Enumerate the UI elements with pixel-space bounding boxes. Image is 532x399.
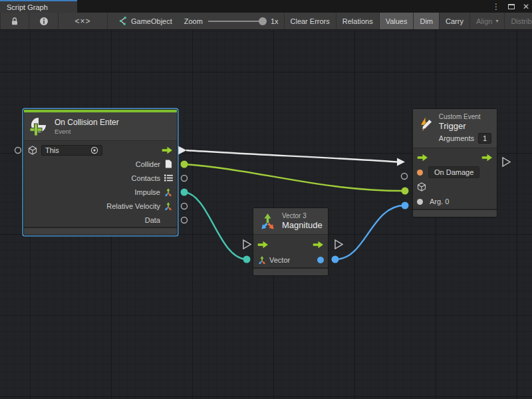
node-type-label: Vector 3 — [282, 212, 323, 219]
node-footer — [413, 209, 497, 217]
port-impulse-output[interactable] — [181, 189, 188, 196]
wire-magnitude-blue — [336, 205, 404, 259]
vector3-icon — [259, 212, 277, 230]
info-button[interactable] — [29, 13, 59, 29]
dim-toggle[interactable]: Dim — [414, 13, 440, 29]
node-type-label: Custom Event — [439, 113, 491, 120]
port-row-flow — [413, 150, 497, 165]
graph-toolbar: <×> GameObject Zoom 1x Clear Errors Rela… — [0, 13, 532, 30]
node-subtitle: Event — [55, 128, 119, 135]
port-trigger-flow-input[interactable] — [397, 158, 405, 166]
this-field[interactable]: This — [41, 145, 102, 156]
port-row-vector: Vector — [253, 252, 328, 267]
node-vector3-magnitude[interactable]: Vector 3 Magnitude Vector — [253, 207, 329, 276]
arg0-input-dot — [417, 199, 423, 205]
gameobject-icon — [117, 16, 127, 26]
node-title: On Collision Enter — [55, 118, 119, 127]
port-magnitude-output[interactable] — [332, 256, 339, 263]
port-vector3-flow-input[interactable] — [243, 240, 251, 249]
collision-event-icon — [29, 116, 49, 136]
gameobject-cube-icon — [28, 146, 37, 155]
port-target-input[interactable] — [402, 188, 409, 195]
port-row-collider: Collider — [24, 157, 177, 171]
flow-arrow-icon — [162, 146, 173, 154]
port-row-event-name: On Damage — [413, 165, 497, 180]
port-arg0-input[interactable] — [402, 202, 409, 209]
port-vector3-flow-output[interactable] — [335, 240, 342, 249]
node-header[interactable]: Custom Event Trigger Arguments 1 — [413, 109, 497, 148]
port-collider-output[interactable] — [181, 161, 188, 168]
port-row-target — [413, 180, 497, 194]
align-dropdown[interactable]: Align ▾ — [470, 13, 505, 29]
wire-impulse-teal — [184, 192, 246, 259]
wire-collider-green — [184, 164, 404, 191]
chevron-down-icon: ▾ — [495, 18, 498, 24]
port-row-impulse: Impulse — [24, 185, 177, 199]
port-row-data: Data — [24, 213, 177, 227]
port-event-name-input[interactable] — [402, 174, 408, 180]
flow-arrow-icon — [257, 241, 269, 249]
custom-event-icon — [418, 115, 434, 134]
node-header[interactable]: On Collision Enter Event — [24, 112, 177, 141]
port-row-flow — [253, 237, 328, 252]
arguments-field[interactable]: 1 — [478, 133, 491, 144]
zoom-value: 1x — [271, 17, 279, 25]
graph-canvas[interactable]: On Collision Enter Event This — [0, 30, 532, 399]
vector3-icon — [164, 188, 173, 197]
port-row-relative-velocity: Relative Velocity — [24, 199, 177, 213]
zoom-label: Zoom — [184, 17, 203, 25]
carry-button[interactable]: Carry — [440, 13, 470, 29]
window-menu-icon[interactable]: ⋮ — [492, 3, 500, 11]
zoom-slider[interactable] — [208, 21, 265, 22]
zoom-slider-handle[interactable] — [259, 17, 267, 25]
port-vector-input[interactable] — [243, 256, 251, 263]
values-toggle[interactable]: Values — [380, 13, 414, 29]
port-flow-output[interactable] — [178, 146, 187, 155]
maximize-icon[interactable] — [508, 4, 515, 9]
port-trigger-flow-output[interactable] — [503, 158, 510, 166]
distribute-dropdown[interactable]: Distribute ▾ — [505, 13, 532, 29]
node-footer — [253, 267, 328, 275]
lock-icon — [10, 17, 19, 26]
document-icon — [164, 160, 173, 169]
node-trigger-custom-event[interactable]: Custom Event Trigger Arguments 1 — [412, 108, 497, 217]
gameobject-cube-icon — [417, 182, 426, 192]
close-icon[interactable]: ✕ — [523, 3, 529, 11]
port-row-arg0: Arg. 0 — [413, 194, 497, 209]
wire-flow-white — [186, 150, 397, 162]
vector3-icon — [257, 255, 267, 265]
port-row-contacts: Contacts — [24, 171, 177, 185]
info-icon — [39, 17, 49, 26]
port-relative-velocity-output[interactable] — [182, 203, 188, 209]
arguments-label: Arguments — [439, 134, 474, 142]
gameobject-context-button[interactable]: GameObject — [110, 13, 179, 29]
unity-window: Script Graph ⋮ ✕ — [0, 0, 532, 399]
flow-arrow-icon — [481, 154, 493, 162]
code-view-button[interactable]: <×> — [59, 13, 108, 29]
port-contacts-output[interactable] — [182, 176, 188, 182]
clear-errors-button[interactable]: Clear Errors — [284, 13, 336, 29]
string-input-dot — [417, 170, 423, 176]
tab-bar: Script Graph ⋮ ✕ — [0, 0, 532, 13]
tab-script-graph[interactable]: Script Graph — [0, 0, 77, 13]
relations-button[interactable]: Relations — [336, 13, 380, 29]
node-header[interactable]: Vector 3 Magnitude — [253, 208, 328, 235]
port-data-output[interactable] — [182, 217, 188, 223]
node-footer — [24, 227, 177, 235]
port-this-input[interactable] — [15, 148, 21, 154]
port-row-this: This — [24, 143, 177, 157]
node-on-collision-enter[interactable]: On Collision Enter Event This — [23, 109, 178, 235]
list-icon — [164, 174, 173, 183]
vector3-icon — [164, 201, 173, 211]
flow-arrow-icon — [313, 241, 324, 249]
node-title: Magnitude — [282, 220, 323, 230]
object-picker-icon[interactable] — [90, 146, 98, 154]
gameobject-label: GameObject — [131, 17, 172, 25]
event-name-field[interactable]: On Damage — [428, 166, 479, 178]
tab-title: Script Graph — [7, 3, 48, 11]
float-output-dot — [317, 257, 324, 263]
flow-arrow-icon — [417, 154, 428, 162]
code-icon: <×> — [74, 17, 90, 26]
lock-button[interactable] — [0, 13, 29, 29]
node-title: Trigger — [439, 121, 491, 131]
